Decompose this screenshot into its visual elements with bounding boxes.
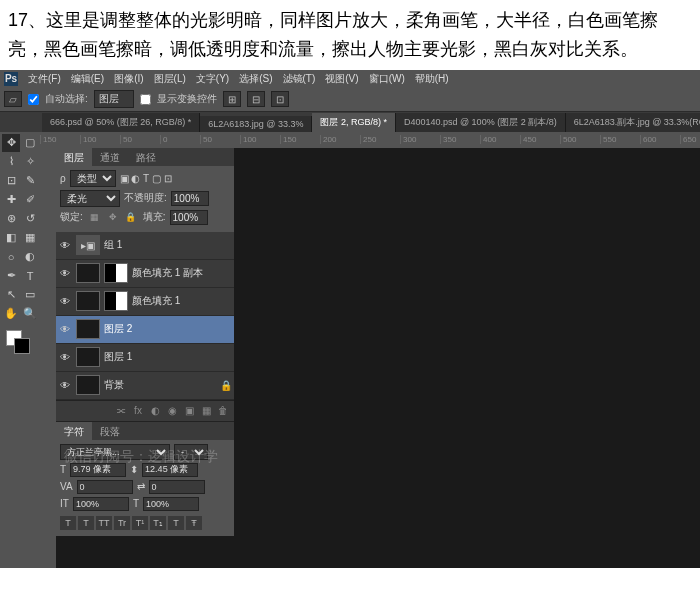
marquee-tool[interactable]: ▢ — [21, 134, 39, 152]
gradient-tool[interactable]: ▦ — [21, 229, 39, 247]
layer-row[interactable]: 👁图层 2 — [56, 316, 234, 344]
ps-logo-icon: Ps — [4, 72, 18, 86]
visibility-icon[interactable]: 👁 — [58, 268, 72, 279]
crop-tool[interactable]: ⊡ — [2, 172, 20, 190]
ruler-tick: 100 — [240, 135, 280, 144]
pen-tool[interactable]: ✒ — [2, 267, 20, 285]
shape-tool[interactable]: ▭ — [21, 286, 39, 304]
layer-row[interactable]: 👁图层 1 — [56, 344, 234, 372]
kerning-input[interactable] — [77, 480, 133, 494]
italic-btn[interactable]: T — [78, 516, 94, 530]
layer-name: 图层 1 — [104, 350, 132, 364]
align-btn-2[interactable]: ⊟ — [247, 91, 265, 107]
lock-pixels-icon[interactable]: ▦ — [87, 210, 103, 224]
kind-select[interactable]: 类型 — [70, 170, 116, 187]
menu-edit[interactable]: 编辑(E) — [67, 70, 108, 88]
super-btn[interactable]: T¹ — [132, 516, 148, 530]
path-tool[interactable]: ↖ — [2, 286, 20, 304]
eraser-tool[interactable]: ◧ — [2, 229, 20, 247]
zoom-tool[interactable]: 🔍 — [21, 305, 39, 323]
layer-row[interactable]: 👁背景🔒 — [56, 372, 234, 400]
visibility-icon[interactable]: 👁 — [58, 352, 72, 363]
tab-channels[interactable]: 通道 — [92, 148, 128, 166]
layer-row[interactable]: 👁颜色填充 1 副本 — [56, 260, 234, 288]
new-layer-icon[interactable]: ▦ — [199, 404, 213, 418]
lock-all-icon[interactable]: 🔒 — [123, 210, 139, 224]
strike-btn[interactable]: Ŧ — [186, 516, 202, 530]
tracking-input[interactable] — [149, 480, 205, 494]
tracking-icon: ⇄ — [137, 481, 145, 492]
opacity-input[interactable] — [171, 191, 209, 206]
tab-layers[interactable]: 图层 — [56, 148, 92, 166]
visibility-icon[interactable]: 👁 — [58, 296, 72, 307]
ruler-tick: 150 — [280, 135, 320, 144]
wand-tool[interactable]: ✧ — [21, 153, 39, 171]
menu-filter[interactable]: 滤镜(T) — [279, 70, 320, 88]
tab-4[interactable]: 6L2A6183.副本.jpg @ 33.3%(RGB/8*) — [566, 113, 700, 132]
menu-layer[interactable]: 图层(L) — [150, 70, 190, 88]
history-brush-tool[interactable]: ↺ — [21, 210, 39, 228]
sub-btn[interactable]: T₁ — [150, 516, 166, 530]
bold-btn[interactable]: T — [60, 516, 76, 530]
hscale-input[interactable] — [143, 497, 199, 511]
layer-mask-icon[interactable]: ◐ — [148, 404, 162, 418]
menu-file[interactable]: 文件(F) — [24, 70, 65, 88]
tab-0[interactable]: 666.psd @ 50% (图层 26, RGB/8) * — [42, 113, 200, 132]
layer-row[interactable]: 👁▸▣组 1 — [56, 232, 234, 260]
lasso-tool[interactable]: ⌇ — [2, 153, 20, 171]
vscale-input[interactable] — [73, 497, 129, 511]
adj-layer-icon[interactable]: ◉ — [165, 404, 179, 418]
layer-row[interactable]: 👁颜色填充 1 — [56, 288, 234, 316]
eyedropper-tool[interactable]: ✎ — [21, 172, 39, 190]
tab-1[interactable]: 6L2A6183.jpg @ 33.3% — [200, 116, 312, 132]
menu-select[interactable]: 选择(S) — [235, 70, 276, 88]
align-btn-1[interactable]: ⊞ — [223, 91, 241, 107]
layers-footer: ⫘ fx ◐ ◉ ▣ ▦ 🗑 — [56, 400, 234, 421]
group-icon[interactable]: ▣ — [182, 404, 196, 418]
link-layers-icon[interactable]: ⫘ — [114, 404, 128, 418]
hscale-icon: T — [133, 498, 139, 509]
ruler-tick: 50 — [120, 135, 160, 144]
canvas[interactable]: 微信订阅号：逻辑设计学 图层 通道 路径 ρ 类型 ▣ ◐ T ▢ ⊡ — [56, 148, 700, 568]
menu-view[interactable]: 视图(V) — [321, 70, 362, 88]
layers-panel-tabs: 图层 通道 路径 — [56, 148, 234, 166]
tab-paragraph[interactable]: 段落 — [92, 422, 128, 440]
menu-window[interactable]: 窗口(W) — [365, 70, 409, 88]
background-swatch[interactable] — [14, 338, 30, 354]
vscale-icon: IT — [60, 498, 69, 509]
visibility-icon[interactable]: 👁 — [58, 380, 72, 391]
type-tool[interactable]: T — [21, 267, 39, 285]
layer-name: 背景 — [104, 378, 124, 392]
auto-select-checkbox[interactable] — [28, 94, 39, 105]
smallcaps-btn[interactable]: Tr — [114, 516, 130, 530]
blend-mode-select[interactable]: 柔光 — [60, 190, 120, 207]
menu-type[interactable]: 文字(Y) — [192, 70, 233, 88]
blur-tool[interactable]: ○ — [2, 248, 20, 266]
layer-fx-icon[interactable]: fx — [131, 404, 145, 418]
auto-select-dropdown[interactable]: 图层 — [94, 90, 134, 108]
visibility-icon[interactable]: 👁 — [58, 240, 72, 251]
caps-btn[interactable]: TT — [96, 516, 112, 530]
lock-position-icon[interactable]: ✥ — [105, 210, 121, 224]
trash-icon[interactable]: 🗑 — [216, 404, 230, 418]
move-tool[interactable]: ✥ — [2, 134, 20, 152]
transform-controls-checkbox[interactable] — [140, 94, 151, 105]
visibility-icon[interactable]: 👁 — [58, 324, 72, 335]
fill-input[interactable] — [170, 210, 208, 225]
underline-btn[interactable]: T — [168, 516, 184, 530]
hand-tool[interactable]: ✋ — [2, 305, 20, 323]
tab-3[interactable]: D400140.psd @ 100% (图层 2 副本/8) — [396, 113, 566, 132]
instruction-text: 17、这里是调整整体的光影明暗，同样图片放大，柔角画笔，大半径，白色画笔擦亮，黑… — [0, 0, 700, 70]
tab-character[interactable]: 字符 — [56, 422, 92, 440]
brush-tool[interactable]: ✐ — [21, 191, 39, 209]
stamp-tool[interactable]: ⊛ — [2, 210, 20, 228]
menu-image[interactable]: 图像(I) — [110, 70, 147, 88]
dodge-tool[interactable]: ◐ — [21, 248, 39, 266]
tab-paths[interactable]: 路径 — [128, 148, 164, 166]
tab-2[interactable]: 图层 2, RGB/8) * — [312, 113, 396, 132]
lock-icon: 🔒 — [220, 380, 232, 391]
menu-help[interactable]: 帮助(H) — [411, 70, 453, 88]
heal-tool[interactable]: ✚ — [2, 191, 20, 209]
align-btn-3[interactable]: ⊡ — [271, 91, 289, 107]
color-swatches[interactable] — [2, 328, 39, 356]
